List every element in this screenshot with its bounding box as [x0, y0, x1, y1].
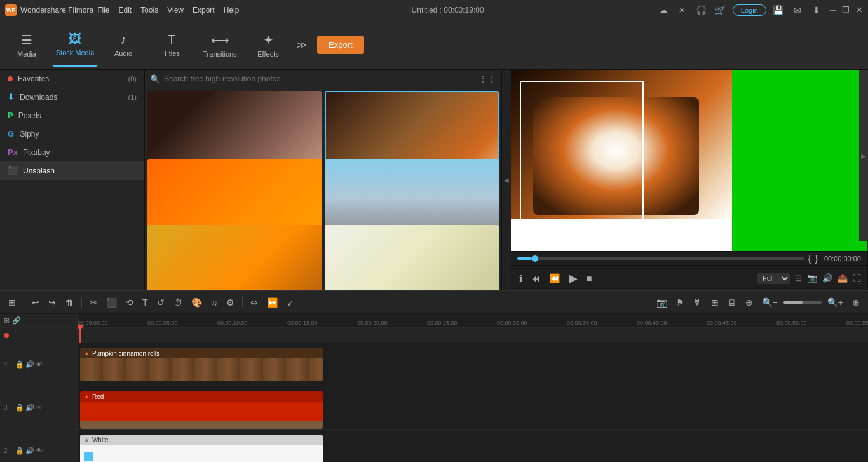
grid-icon[interactable]: ⋮⋮: [478, 74, 496, 84]
track-2-lock[interactable]: 🔒: [15, 447, 24, 455]
audio-tl-button[interactable]: ♫: [208, 296, 221, 309]
clip-back-button[interactable]: ↙: [283, 296, 297, 309]
settings-tl-button[interactable]: ⚙: [223, 296, 238, 309]
speed-ctrl-button[interactable]: ⏩: [264, 296, 281, 309]
export-button[interactable]: Export: [317, 36, 364, 54]
more-tabs-button[interactable]: ≫: [294, 36, 309, 53]
crop-button[interactable]: ⬛: [103, 296, 120, 309]
zoom-slider[interactable]: [783, 301, 822, 304]
menu-file[interactable]: File: [97, 6, 109, 15]
save-icon[interactable]: 💾: [771, 3, 785, 17]
cut-button[interactable]: ✂: [86, 296, 100, 309]
login-button[interactable]: Login: [733, 4, 766, 16]
fit-icon[interactable]: ⊡: [795, 273, 802, 283]
speed-button[interactable]: ⏱: [170, 296, 186, 309]
store-icon[interactable]: 🛒: [714, 3, 728, 17]
fullscreen-icon[interactable]: ⛶: [853, 273, 861, 283]
bracket-in-icon[interactable]: {: [808, 254, 811, 264]
clip-white[interactable]: ▲ White: [80, 435, 323, 462]
right-scroll-bar[interactable]: ▶: [859, 70, 868, 241]
track-4-audio[interactable]: 🔊: [25, 360, 34, 369]
sidebar-item-pixabay[interactable]: Px Pixabay: [0, 143, 144, 161]
media-thumb-5[interactable]: ⬇: [147, 225, 322, 290]
screenshot-icon[interactable]: 📷: [807, 273, 817, 283]
rotate-button[interactable]: ↺: [154, 296, 168, 309]
email-icon[interactable]: ✉: [790, 3, 804, 17]
playhead[interactable]: [79, 328, 81, 343]
track-row-3: ▲ Red: [78, 386, 868, 430]
clip-red[interactable]: ▲ Red: [80, 391, 323, 425]
ruler-mark-1: 00:00:05:00: [147, 320, 217, 326]
prev-frame-button[interactable]: ⏮: [529, 271, 542, 285]
track-3-lock[interactable]: 🔒: [15, 404, 24, 412]
ripple-button[interactable]: ⇔: [247, 296, 261, 309]
volume-icon[interactable]: 🔊: [822, 273, 832, 283]
add-media-icon[interactable]: ⊞: [4, 316, 10, 325]
zoom-out-icon[interactable]: 🔍−: [759, 296, 781, 309]
info-icon[interactable]: ℹ: [517, 271, 524, 285]
sidebar-item-downloads[interactable]: ⬇ Downloads (1): [0, 88, 144, 106]
track-4-eye[interactable]: 👁: [36, 360, 43, 369]
tab-stock-media[interactable]: 🖼 Stock Media: [52, 24, 98, 67]
text-button[interactable]: T: [139, 296, 151, 309]
clip-pumpkin-rolls[interactable]: ▲ Pumpkin cinnamon rolls: [80, 348, 323, 381]
preview-timeline-slider[interactable]: [517, 257, 804, 260]
monitor-icon[interactable]: 🖥: [724, 296, 740, 309]
tab-audio[interactable]: ♪ Audio: [100, 24, 146, 67]
delete-button[interactable]: 🗑: [62, 296, 77, 309]
camera-tl-icon[interactable]: 📷: [653, 296, 670, 309]
tab-media[interactable]: ☰ Media: [4, 24, 50, 67]
mixer-icon[interactable]: ⊞: [708, 296, 722, 309]
search-input[interactable]: [164, 74, 475, 83]
bracket-out-icon[interactable]: }: [815, 254, 818, 264]
add-timeline-icon[interactable]: ⊕: [849, 296, 863, 309]
sidebar-item-giphy[interactable]: G Giphy: [0, 125, 144, 143]
track-3-eye[interactable]: 👁: [36, 404, 43, 412]
tab-effects[interactable]: ✦ Effects: [245, 24, 291, 67]
headset-icon[interactable]: 🎧: [695, 3, 709, 17]
scenes-icon[interactable]: ⊞: [5, 296, 19, 309]
tl-right-controls: 📷 ⚑ 🎙 ⊞ 🖥 ⊕ 🔍− 🔍+ ⊕: [653, 296, 863, 309]
transitions-icon: ⟷: [211, 32, 229, 48]
restore-button[interactable]: ❐: [842, 5, 850, 15]
color-button[interactable]: 🎨: [188, 296, 205, 309]
zoom-select[interactable]: Full 50% 75%: [757, 273, 790, 284]
transform-button[interactable]: ⟲: [123, 296, 137, 309]
sidebar-item-pexels[interactable]: P Pexels: [0, 106, 144, 125]
minimize-button[interactable]: ─: [830, 5, 836, 15]
mic-icon[interactable]: 🎙: [690, 296, 705, 309]
prev-5sec-button[interactable]: ⏪: [547, 271, 562, 285]
menu-view[interactable]: View: [167, 6, 184, 15]
track-3-audio[interactable]: 🔊: [25, 404, 34, 412]
sun-icon[interactable]: ☀: [675, 3, 689, 17]
menu-edit[interactable]: Edit: [119, 6, 132, 15]
track-2-audio[interactable]: 🔊: [25, 447, 34, 455]
sidebar-item-unsplash[interactable]: ⬛ Unsplash: [0, 161, 144, 180]
stop-button[interactable]: ■: [585, 271, 593, 285]
redo-button[interactable]: ↪: [45, 296, 59, 309]
track-4-lock[interactable]: 🔒: [15, 360, 24, 369]
collapse-handle[interactable]: ◀: [502, 70, 511, 290]
titlebar-menus: File Edit Tools View Export Help: [97, 6, 239, 15]
menu-export[interactable]: Export: [193, 6, 215, 15]
close-button[interactable]: ✕: [856, 5, 863, 15]
undo-button[interactable]: ↩: [29, 296, 43, 309]
export-frame-icon[interactable]: 📤: [837, 273, 848, 283]
next-5sec-button[interactable]: [599, 276, 602, 280]
link-icon[interactable]: 🔗: [12, 316, 21, 325]
menu-tools[interactable]: Tools: [140, 6, 158, 15]
add-track-icon[interactable]: ⊕: [742, 296, 756, 309]
menu-help[interactable]: Help: [224, 6, 240, 15]
marker-icon[interactable]: ⚑: [673, 296, 688, 309]
play-button[interactable]: ▶: [567, 269, 580, 287]
media-thumb-6[interactable]: [325, 225, 499, 290]
download-icon[interactable]: ⬇: [810, 3, 824, 17]
ruler-mark-6: 00:00:30:00: [497, 320, 567, 326]
track-2-eye[interactable]: 👁: [36, 447, 43, 455]
zoom-in-icon[interactable]: 🔍+: [824, 296, 846, 309]
tab-transitions[interactable]: ⟷ Transitions: [197, 24, 243, 67]
sidebar-item-favorites[interactable]: Favorites (0): [0, 70, 144, 88]
ruler-mark-9: 00:00:45:00: [707, 320, 776, 326]
cloud-icon[interactable]: ☁: [656, 3, 670, 17]
tab-titles[interactable]: T Titles: [149, 24, 194, 67]
